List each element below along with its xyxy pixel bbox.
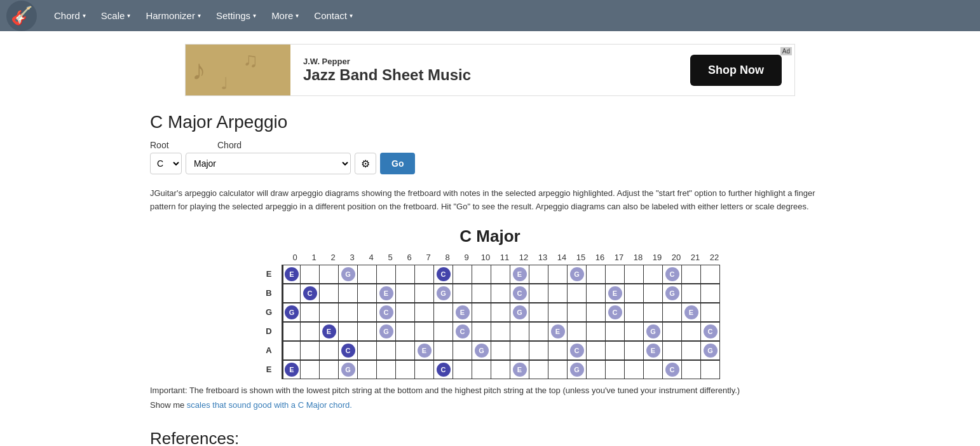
fret-cell (491, 303, 510, 322)
more-caret-icon: ▾ (296, 12, 299, 19)
svg-text:♫: ♫ (243, 48, 258, 71)
fret-cell: C (568, 341, 587, 360)
fret-number: 20 (667, 253, 686, 262)
fret-cell (415, 265, 434, 284)
string-row: ACEGCEG (256, 341, 724, 360)
fret-cell (548, 303, 568, 322)
fret-cell (491, 265, 510, 284)
note-dot: E (418, 344, 432, 358)
fret-number: 5 (381, 253, 400, 262)
fret-cell (625, 284, 644, 303)
note-dot: C (570, 344, 584, 358)
fret-cell (529, 284, 548, 303)
fret-cell: G (568, 360, 587, 379)
fret-cell (625, 322, 644, 341)
fret-cell (644, 303, 663, 322)
fret-number: 21 (686, 253, 705, 262)
chord-select[interactable]: Major Minor Major 7th Minor 7th Dominant… (186, 153, 351, 174)
fret-cell (472, 265, 491, 284)
fret-cell: C (606, 303, 625, 322)
note-dot: G (570, 267, 584, 281)
fret-cell (663, 341, 682, 360)
nav-contact[interactable]: Contact ▾ (306, 1, 360, 30)
fret-cell (587, 303, 606, 322)
gear-icon: ⚙ (361, 158, 370, 170)
gear-button[interactable]: ⚙ (355, 153, 376, 174)
show-scales: Show me scales that sound good with a C … (150, 400, 830, 410)
fret-cell (491, 322, 510, 341)
fret-number: 12 (514, 253, 533, 262)
fret-cell (320, 284, 339, 303)
fret-cell: C (663, 360, 682, 379)
note-dot: E (513, 363, 527, 377)
fret-cell (358, 265, 377, 284)
fret-cell (587, 322, 606, 341)
fret-cell (472, 303, 491, 322)
fret-cell: C (434, 360, 453, 379)
fret-cell (301, 341, 320, 360)
fret-cell (434, 341, 453, 360)
note-dot: C (513, 286, 527, 300)
string-row: GGCEGCE (256, 303, 724, 322)
fret-cell (663, 322, 682, 341)
fret-cell (606, 322, 625, 341)
note-dot: G (437, 286, 451, 300)
fret-cell (434, 322, 453, 341)
fret-cell (568, 284, 587, 303)
fret-cell: E (377, 284, 396, 303)
note-dot: G (285, 305, 299, 319)
note-dot: E (646, 344, 660, 358)
fret-cell: E (548, 322, 568, 341)
fret-cell (606, 341, 625, 360)
main-nav: 🎸 Chord ▾ Scale ▾ Harmonizer ▾ Settings … (0, 0, 980, 31)
root-label: Root (150, 140, 182, 150)
logo[interactable]: 🎸 (6, 1, 37, 31)
root-select[interactable]: C C# D D# E F F# G G# A A# B (150, 153, 182, 174)
fret-cell (587, 265, 606, 284)
note-dot: E (513, 267, 527, 281)
fretboard-wrapper: 012345678910111213141516171819202122 EEG… (256, 253, 724, 379)
note-dot: G (704, 344, 718, 358)
fret-cell (568, 303, 587, 322)
fret-cell (587, 360, 606, 379)
nav-more[interactable]: More ▾ (264, 1, 306, 30)
ad-text-area: J.W. Pepper Jazz Band Sheet Music (290, 50, 690, 90)
go-button[interactable]: Go (380, 153, 415, 174)
settings-caret-icon: ▾ (253, 12, 256, 19)
fret-cell: C (434, 265, 453, 284)
fret-cell (282, 284, 301, 303)
fret-cell (453, 341, 472, 360)
note-dot: C (437, 363, 451, 377)
fret-cell: G (339, 265, 358, 284)
fret-number: 16 (590, 253, 609, 262)
string-row: EEGCEGC (256, 360, 724, 379)
fret-cell (472, 322, 491, 341)
note-dot: C (303, 286, 317, 300)
scales-link[interactable]: scales that sound good with a C Major ch… (187, 400, 352, 410)
fretboard: EEGCEGCBCEGCEGGGCEGCEDEGCEGCACEGCEGEEGCE… (256, 265, 724, 379)
fret-cell (320, 303, 339, 322)
note-dot: C (665, 267, 679, 281)
note-dot: C (341, 344, 355, 358)
nav-chord[interactable]: Chord ▾ (46, 1, 93, 30)
fret-cell (396, 265, 415, 284)
note-dot: G (341, 363, 355, 377)
note-dot: C (704, 324, 718, 338)
nav-harmonizer[interactable]: Harmonizer ▾ (138, 1, 208, 30)
fret-cell: E (682, 303, 701, 322)
fret-cell: G (339, 360, 358, 379)
fret-cell (510, 341, 529, 360)
nav-settings[interactable]: Settings ▾ (208, 1, 264, 30)
fret-cell (301, 322, 320, 341)
fret-cell (339, 322, 358, 341)
fret-cell (682, 265, 701, 284)
fret-cell (644, 265, 663, 284)
note-dot: G (665, 286, 679, 300)
note-dot: G (570, 363, 584, 377)
nav-scale[interactable]: Scale ▾ (93, 1, 139, 30)
ad-shop-button[interactable]: Shop Now (690, 55, 782, 86)
fret-cell (339, 303, 358, 322)
fret-cell (701, 360, 720, 379)
string-label: D (256, 326, 282, 336)
string-row: BCEGCEG (256, 284, 724, 303)
